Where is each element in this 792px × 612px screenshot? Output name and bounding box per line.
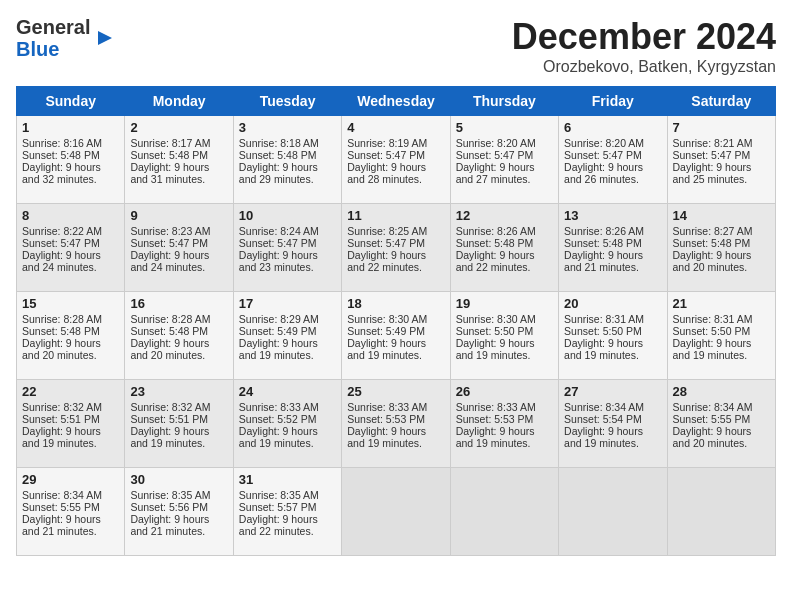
sunset-label: Sunset: 5:47 PM xyxy=(239,237,317,249)
sunset-label: Sunset: 5:48 PM xyxy=(564,237,642,249)
day-number: 2 xyxy=(130,120,227,135)
calendar-week-1: 1 Sunrise: 8:16 AM Sunset: 5:48 PM Dayli… xyxy=(17,116,776,204)
day-number: 28 xyxy=(673,384,770,399)
calendar-cell: 16 Sunrise: 8:28 AM Sunset: 5:48 PM Dayl… xyxy=(125,292,233,380)
sunset-label: Sunset: 5:55 PM xyxy=(673,413,751,425)
sunrise-label: Sunrise: 8:30 AM xyxy=(456,313,536,325)
daylight-label: Daylight: 9 hours and 19 minutes. xyxy=(456,337,535,361)
daylight-label: Daylight: 9 hours and 19 minutes. xyxy=(347,425,426,449)
calendar-week-4: 22 Sunrise: 8:32 AM Sunset: 5:51 PM Dayl… xyxy=(17,380,776,468)
day-number: 10 xyxy=(239,208,336,223)
calendar-cell: 5 Sunrise: 8:20 AM Sunset: 5:47 PM Dayli… xyxy=(450,116,558,204)
daylight-label: Daylight: 9 hours and 20 minutes. xyxy=(130,337,209,361)
sunrise-label: Sunrise: 8:19 AM xyxy=(347,137,427,149)
sunrise-label: Sunrise: 8:32 AM xyxy=(22,401,102,413)
sunrise-label: Sunrise: 8:18 AM xyxy=(239,137,319,149)
daylight-label: Daylight: 9 hours and 19 minutes. xyxy=(239,425,318,449)
sunset-label: Sunset: 5:50 PM xyxy=(564,325,642,337)
sunset-label: Sunset: 5:48 PM xyxy=(130,149,208,161)
sunrise-label: Sunrise: 8:27 AM xyxy=(673,225,753,237)
daylight-label: Daylight: 9 hours and 22 minutes. xyxy=(239,513,318,537)
day-number: 19 xyxy=(456,296,553,311)
day-number: 8 xyxy=(22,208,119,223)
sunset-label: Sunset: 5:50 PM xyxy=(456,325,534,337)
sunset-label: Sunset: 5:47 PM xyxy=(22,237,100,249)
sunrise-label: Sunrise: 8:28 AM xyxy=(130,313,210,325)
header-tuesday: Tuesday xyxy=(233,87,341,116)
calendar-cell: 31 Sunrise: 8:35 AM Sunset: 5:57 PM Dayl… xyxy=(233,468,341,556)
sunrise-label: Sunrise: 8:24 AM xyxy=(239,225,319,237)
sunset-label: Sunset: 5:54 PM xyxy=(564,413,642,425)
sunrise-label: Sunrise: 8:34 AM xyxy=(22,489,102,501)
header-thursday: Thursday xyxy=(450,87,558,116)
sunrise-label: Sunrise: 8:26 AM xyxy=(456,225,536,237)
calendar-cell xyxy=(342,468,450,556)
sunset-label: Sunset: 5:55 PM xyxy=(22,501,100,513)
logo-blue: Blue xyxy=(16,38,90,60)
calendar-cell: 4 Sunrise: 8:19 AM Sunset: 5:47 PM Dayli… xyxy=(342,116,450,204)
calendar-week-3: 15 Sunrise: 8:28 AM Sunset: 5:48 PM Dayl… xyxy=(17,292,776,380)
daylight-label: Daylight: 9 hours and 19 minutes. xyxy=(239,337,318,361)
calendar-cell: 23 Sunrise: 8:32 AM Sunset: 5:51 PM Dayl… xyxy=(125,380,233,468)
calendar-table: SundayMondayTuesdayWednesdayThursdayFrid… xyxy=(16,86,776,556)
daylight-label: Daylight: 9 hours and 24 minutes. xyxy=(22,249,101,273)
daylight-label: Daylight: 9 hours and 21 minutes. xyxy=(564,249,643,273)
day-number: 29 xyxy=(22,472,119,487)
sunrise-label: Sunrise: 8:30 AM xyxy=(347,313,427,325)
day-number: 27 xyxy=(564,384,661,399)
daylight-label: Daylight: 9 hours and 19 minutes. xyxy=(22,425,101,449)
page-header: General Blue December 2024 Orozbekovo, B… xyxy=(16,16,776,76)
daylight-label: Daylight: 9 hours and 19 minutes. xyxy=(456,425,535,449)
daylight-label: Daylight: 9 hours and 19 minutes. xyxy=(564,425,643,449)
daylight-label: Daylight: 9 hours and 24 minutes. xyxy=(130,249,209,273)
sunrise-label: Sunrise: 8:29 AM xyxy=(239,313,319,325)
sunset-label: Sunset: 5:57 PM xyxy=(239,501,317,513)
svg-marker-0 xyxy=(98,31,112,45)
day-number: 4 xyxy=(347,120,444,135)
sunrise-label: Sunrise: 8:20 AM xyxy=(456,137,536,149)
sunset-label: Sunset: 5:51 PM xyxy=(130,413,208,425)
daylight-label: Daylight: 9 hours and 20 minutes. xyxy=(673,249,752,273)
sunset-label: Sunset: 5:47 PM xyxy=(564,149,642,161)
day-number: 3 xyxy=(239,120,336,135)
calendar-cell: 30 Sunrise: 8:35 AM Sunset: 5:56 PM Dayl… xyxy=(125,468,233,556)
sunset-label: Sunset: 5:47 PM xyxy=(456,149,534,161)
day-number: 21 xyxy=(673,296,770,311)
header-saturday: Saturday xyxy=(667,87,775,116)
sunset-label: Sunset: 5:48 PM xyxy=(239,149,317,161)
title-section: December 2024 Orozbekovo, Batken, Kyrgyz… xyxy=(512,16,776,76)
sunrise-label: Sunrise: 8:25 AM xyxy=(347,225,427,237)
daylight-label: Daylight: 9 hours and 27 minutes. xyxy=(456,161,535,185)
calendar-cell xyxy=(667,468,775,556)
sunset-label: Sunset: 5:52 PM xyxy=(239,413,317,425)
daylight-label: Daylight: 9 hours and 19 minutes. xyxy=(347,337,426,361)
sunset-label: Sunset: 5:50 PM xyxy=(673,325,751,337)
sunset-label: Sunset: 5:47 PM xyxy=(347,149,425,161)
calendar-cell: 11 Sunrise: 8:25 AM Sunset: 5:47 PM Dayl… xyxy=(342,204,450,292)
sunset-label: Sunset: 5:48 PM xyxy=(130,325,208,337)
calendar-cell xyxy=(559,468,667,556)
daylight-label: Daylight: 9 hours and 22 minutes. xyxy=(347,249,426,273)
sunrise-label: Sunrise: 8:32 AM xyxy=(130,401,210,413)
day-number: 25 xyxy=(347,384,444,399)
daylight-label: Daylight: 9 hours and 19 minutes. xyxy=(673,337,752,361)
calendar-cell: 29 Sunrise: 8:34 AM Sunset: 5:55 PM Dayl… xyxy=(17,468,125,556)
calendar-cell: 6 Sunrise: 8:20 AM Sunset: 5:47 PM Dayli… xyxy=(559,116,667,204)
calendar-cell: 1 Sunrise: 8:16 AM Sunset: 5:48 PM Dayli… xyxy=(17,116,125,204)
day-number: 17 xyxy=(239,296,336,311)
sunrise-label: Sunrise: 8:26 AM xyxy=(564,225,644,237)
calendar-week-2: 8 Sunrise: 8:22 AM Sunset: 5:47 PM Dayli… xyxy=(17,204,776,292)
sunrise-label: Sunrise: 8:31 AM xyxy=(564,313,644,325)
sunrise-label: Sunrise: 8:34 AM xyxy=(564,401,644,413)
calendar-cell: 19 Sunrise: 8:30 AM Sunset: 5:50 PM Dayl… xyxy=(450,292,558,380)
sunrise-label: Sunrise: 8:23 AM xyxy=(130,225,210,237)
sunset-label: Sunset: 5:56 PM xyxy=(130,501,208,513)
location-title: Orozbekovo, Batken, Kyrgyzstan xyxy=(512,58,776,76)
sunrise-label: Sunrise: 8:35 AM xyxy=(130,489,210,501)
calendar-cell: 28 Sunrise: 8:34 AM Sunset: 5:55 PM Dayl… xyxy=(667,380,775,468)
logo-general: General xyxy=(16,16,90,38)
day-number: 7 xyxy=(673,120,770,135)
sunrise-label: Sunrise: 8:16 AM xyxy=(22,137,102,149)
daylight-label: Daylight: 9 hours and 22 minutes. xyxy=(456,249,535,273)
day-number: 14 xyxy=(673,208,770,223)
